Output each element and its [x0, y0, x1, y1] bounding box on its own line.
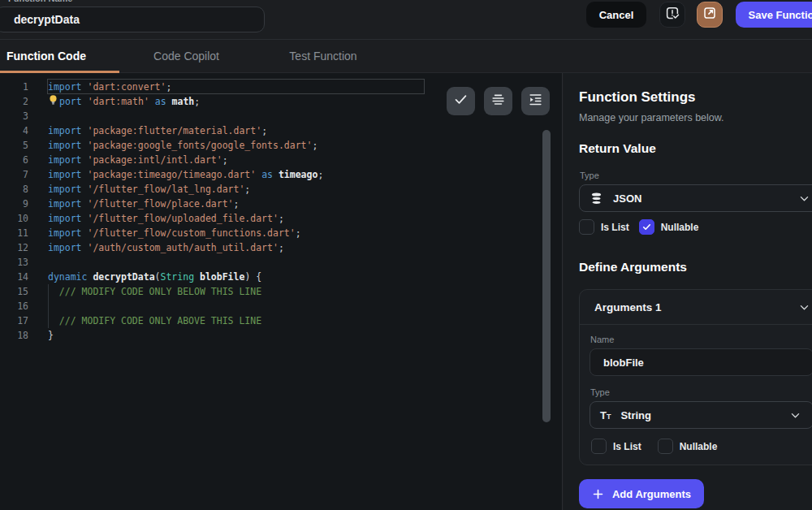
- save-function-label: Save Function: [749, 9, 812, 21]
- tab-code-copilot[interactable]: Code Copilot: [119, 40, 253, 72]
- checkbox-box[interactable]: [658, 439, 673, 454]
- argument-name-value: blobFile: [603, 357, 644, 369]
- argument-name-label: Name: [590, 335, 614, 344]
- code-line[interactable]: 8import '/flutter_flow/lat_lng.dart';: [0, 182, 562, 197]
- code-line-content: }: [48, 330, 54, 341]
- line-number: 16: [0, 299, 28, 313]
- argument-name-input[interactable]: blobFile: [590, 348, 812, 376]
- cancel-button-label: Cancel: [599, 9, 634, 21]
- argument-card-header[interactable]: Arguments 1: [580, 290, 812, 325]
- code-line[interactable]: 5import 'package:google_fonts/google_fon…: [0, 138, 562, 153]
- code-line[interactable]: 4import 'package:flutter/material.dart';: [0, 123, 562, 138]
- format-code-button[interactable]: [484, 87, 512, 115]
- code-report-icon: [665, 6, 680, 24]
- code-line[interactable]: 18}: [0, 328, 562, 343]
- line-number: 3: [0, 109, 28, 123]
- code-report-button[interactable]: [659, 2, 685, 28]
- code-line[interactable]: 13: [0, 255, 562, 270]
- argument-type-dropdown[interactable]: TT String: [590, 401, 812, 429]
- add-arguments-button[interactable]: Add Arguments: [579, 479, 704, 508]
- code-line-content: /// MODIFY CODE ONLY ABOVE THIS LINE: [48, 315, 261, 326]
- code-line[interactable]: 7import 'package:timeago/timeago.dart' a…: [0, 167, 562, 182]
- code-line-content: /// MODIFY CODE ONLY BELOW THIS LINE: [48, 286, 261, 297]
- line-number: 13: [0, 255, 28, 270]
- function-editor-window: Function Name decryptData Cancel Save Fu…: [0, 0, 812, 510]
- function-name-value: decryptData: [14, 13, 80, 26]
- add-arguments-label: Add Arguments: [612, 488, 691, 500]
- cancel-button[interactable]: Cancel: [586, 2, 646, 28]
- checkbox-box[interactable]: [639, 219, 654, 235]
- code-line[interactable]: 12import '/auth/custom_auth/auth_util.da…: [0, 240, 562, 255]
- function-name-input[interactable]: decryptData: [0, 6, 265, 32]
- chevron-down-icon: [798, 301, 810, 317]
- top-bar: Function Name decryptData Cancel Save Fu…: [0, 0, 812, 40]
- return-type-label: Type: [580, 171, 599, 180]
- code-line-content: port 'dart:math' as math;: [48, 96, 200, 107]
- plus-icon: [592, 488, 604, 500]
- line-number: 12: [0, 240, 28, 255]
- line-number: 17: [0, 313, 28, 328]
- code-line-content: import '/auth/custom_auth/auth_util.dart…: [48, 242, 284, 253]
- code-line[interactable]: 11import '/flutter_flow/custom_functions…: [0, 226, 562, 240]
- format-indent-icon: [528, 92, 543, 110]
- editor-actions: [447, 87, 550, 115]
- panel-title: Function Settings: [579, 89, 696, 106]
- line-number: 14: [0, 270, 28, 284]
- line-number: 7: [0, 167, 28, 182]
- function-name-label: Function Name: [8, 0, 72, 3]
- format-align-icon: [490, 92, 506, 110]
- line-number: 10: [0, 211, 28, 226]
- nullable-checkbox[interactable]: Nullable: [658, 439, 718, 454]
- nullable-checkbox[interactable]: Nullable: [639, 219, 699, 235]
- check-icon: [453, 92, 469, 110]
- save-function-button[interactable]: Save Function: [736, 2, 812, 28]
- chevron-down-icon: [798, 192, 810, 208]
- code-line[interactable]: 14dynamic decryptData(String blobFile) {: [0, 270, 562, 284]
- line-number: 4: [0, 123, 28, 138]
- return-type-dropdown[interactable]: JSON: [579, 184, 812, 212]
- define-arguments-heading: Define Arguments: [579, 260, 687, 274]
- argument-type-label: Type: [590, 387, 610, 397]
- tab-test-function[interactable]: Test Function: [253, 40, 393, 72]
- function-settings-panel: Function Settings Manage your parameters…: [564, 73, 812, 510]
- line-number: 6: [0, 153, 28, 167]
- chevron-down-icon: [789, 409, 801, 425]
- code-line-content: import '/flutter_flow/uploaded_file.dart…: [48, 213, 284, 224]
- code-line-content: import '/flutter_flow/place.dart';: [48, 198, 239, 210]
- nullable-label: Nullable: [680, 441, 718, 452]
- tab-function-code[interactable]: Function Code: [0, 40, 119, 72]
- is-list-checkbox[interactable]: Is List: [579, 219, 629, 235]
- open-external-button[interactable]: [697, 2, 723, 28]
- checkbox-box[interactable]: [579, 219, 594, 235]
- code-line[interactable]: 6import 'package:intl/intl.dart';: [0, 153, 562, 167]
- is-list-checkbox[interactable]: Is List: [591, 439, 641, 454]
- code-area[interactable]: 1import 'dart:convert';2port 'dart:math'…: [0, 80, 562, 343]
- nullable-label: Nullable: [661, 222, 699, 233]
- code-line[interactable]: 16: [0, 299, 562, 313]
- code-line[interactable]: 17 /// MODIFY CODE ONLY ABOVE THIS LINE: [0, 313, 562, 328]
- code-line-content: import 'package:intl/intl.dart';: [48, 154, 228, 166]
- lightbulb-icon[interactable]: [48, 94, 58, 110]
- code-line[interactable]: 15 /// MODIFY CODE ONLY BELOW THIS LINE: [0, 284, 562, 299]
- line-number: 8: [0, 182, 28, 197]
- check-code-button[interactable]: [447, 87, 475, 115]
- line-number: 15: [0, 284, 28, 299]
- typography-icon: TT: [600, 410, 611, 421]
- code-line-content: import '/flutter_flow/lat_lng.dart';: [48, 184, 250, 195]
- code-line-content: import 'package:google_fonts/google_font…: [48, 140, 317, 151]
- code-line[interactable]: 9import '/flutter_flow/place.dart';: [0, 197, 562, 211]
- line-number: 1: [0, 80, 28, 94]
- return-value-heading: Return Value: [579, 141, 656, 156]
- panel-subtitle: Manage your parameters below.: [579, 112, 724, 123]
- code-line-content: import 'dart:convert';: [48, 81, 171, 93]
- code-line[interactable]: 10import '/flutter_flow/uploaded_file.da…: [0, 211, 562, 226]
- indent-code-button[interactable]: [521, 87, 550, 115]
- argument-group-label: Arguments 1: [594, 301, 662, 313]
- checkbox-box[interactable]: [591, 439, 607, 454]
- code-line-content: dynamic decryptData(String blobFile) {: [48, 271, 261, 283]
- editor-scrollbar[interactable]: [542, 130, 551, 422]
- tab-bar: Function Code Code Copilot Test Function: [0, 40, 812, 73]
- argument-card: Arguments 1 Name blobFile Type TT String: [579, 289, 812, 465]
- code-editor[interactable]: 1import 'dart:convert';2port 'dart:math'…: [0, 73, 563, 510]
- database-icon: [590, 192, 603, 205]
